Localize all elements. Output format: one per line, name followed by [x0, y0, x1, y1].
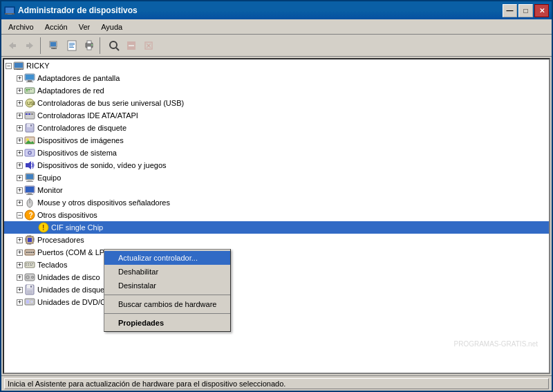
svg-rect-45	[26, 113, 28, 115]
properties-button[interactable]	[64, 37, 80, 54]
svg-rect-99	[30, 265, 32, 265]
svg-point-90	[30, 252, 32, 253]
svg-rect-18	[87, 41, 91, 44]
back-button[interactable]	[4, 37, 21, 54]
window-icon	[4, 5, 15, 16]
root-label: RICKY	[26, 62, 50, 70]
tree-node-cif-single-chip[interactable]: ! CIF single Chip	[4, 221, 549, 234]
context-menu: Actualizar controlador... Deshabilitar D…	[104, 249, 231, 332]
svg-rect-74	[28, 238, 32, 242]
menu-ayuda[interactable]: Ayuda	[95, 19, 128, 34]
expand-root[interactable]: −	[6, 63, 12, 69]
expand-dispositivos-sonido[interactable]: +	[17, 162, 23, 169]
expand-monitor[interactable]: +	[17, 187, 23, 194]
ctx-actualizar[interactable]: Actualizar controlador...	[104, 251, 230, 265]
expand-adaptadores-pantalla[interactable]: +	[17, 75, 23, 82]
svg-rect-86	[30, 243, 31, 245]
expand-adaptadores-red[interactable]: +	[17, 88, 23, 94]
title-bar: Administrador de dispositivos — □ ✕	[1, 1, 552, 19]
tree-node-dispositivos-sonido[interactable]: + Dispositivos de sonido, vídeo y juegos	[4, 159, 549, 171]
expand-unidades-disquete[interactable]: +	[17, 287, 23, 293]
svg-rect-83	[30, 235, 31, 236]
expand-ctrl-disquete[interactable]: +	[17, 125, 23, 131]
mouse-label: Mouse y otros dispositivos señaladores	[37, 198, 170, 207]
ide-atapi-label: Controladoras IDE ATA/ATAPI	[37, 111, 138, 120]
menu-accion[interactable]: Acción	[39, 19, 73, 34]
forward-button[interactable]	[21, 37, 38, 54]
expand-ide-atapi[interactable]: +	[17, 113, 23, 119]
tree-node-equipo[interactable]: + Equipo	[4, 171, 549, 184]
disable-button[interactable]	[123, 37, 140, 54]
tree-node-ide-atapi[interactable]: + Controladoras IDE ATA/ATAPI	[4, 109, 549, 122]
svg-point-88	[26, 252, 28, 253]
tree-node-mouse[interactable]: + Mouse y otros dispositivos señaladores	[4, 196, 549, 209]
expand-bus-usb[interactable]: +	[17, 100, 23, 106]
mouse-icon	[24, 197, 35, 208]
svg-text:!: !	[42, 224, 44, 232]
device-manager-button[interactable]	[46, 37, 63, 54]
tree-node-puertos[interactable]: + Puertos (COM & LPT)	[4, 246, 549, 259]
ctx-desinstalar[interactable]: Desinstalar	[104, 279, 230, 292]
ctx-deshabilitar[interactable]: Deshabilitar	[104, 265, 230, 279]
expand-unidades-disco[interactable]: +	[17, 274, 23, 281]
expand-puertos[interactable]: +	[17, 250, 23, 256]
cif-label: CIF single Chip	[51, 223, 103, 232]
svg-rect-82	[29, 235, 30, 236]
status-bar: Inicia el Asistente para actualización d…	[1, 375, 552, 391]
expand-otros-dispositivos[interactable]: −	[17, 212, 23, 218]
unidades-disquete-label: Unidades de disquete	[37, 286, 111, 294]
device-tree[interactable]: − RICKY + Adaptadores de pantalla	[3, 58, 550, 374]
scan-button[interactable]	[106, 37, 122, 54]
print-button[interactable]	[81, 37, 97, 54]
minimize-button[interactable]: —	[503, 4, 517, 17]
svg-rect-29	[15, 63, 23, 68]
tree-node-dispositivos-imagenes[interactable]: + Dispositivos de imágenes	[4, 134, 549, 147]
title-bar-buttons: — □ ✕	[503, 4, 549, 17]
expand-mouse[interactable]: +	[17, 200, 23, 206]
expand-dispositivos-sistema[interactable]: +	[17, 150, 23, 156]
window: Administrador de dispositivos — □ ✕ Arch…	[0, 0, 553, 392]
tree-node-unidades-disquete[interactable]: + Unidades de disquete	[4, 283, 549, 296]
dispositivos-sonido-label: Dispositivos de sonido, vídeo y juegos	[37, 161, 167, 169]
ctx-propiedades[interactable]: Propiedades	[104, 316, 230, 330]
tree-node-adaptadores-pantalla[interactable]: + Adaptadores de pantalla	[4, 72, 549, 84]
ctx-separator-1	[104, 295, 230, 295]
svg-rect-93	[26, 263, 27, 264]
svg-rect-95	[30, 263, 31, 264]
svg-rect-5	[13, 44, 16, 47]
equipo-icon	[24, 172, 35, 183]
expand-procesadores[interactable]: +	[17, 237, 23, 243]
svg-rect-108	[27, 290, 32, 294]
unidades-dvd-icon	[24, 297, 35, 308]
tree-node-root[interactable]: − RICKY	[4, 59, 549, 72]
tree-node-adaptadores-red[interactable]: + Adaptadores de red	[4, 84, 549, 97]
equipo-label: Equipo	[37, 174, 61, 182]
dispositivos-sonido-icon	[24, 160, 35, 171]
tree-node-ctrl-disquete[interactable]: + Controladores de disquete	[4, 122, 549, 134]
tree-node-otros-dispositivos[interactable]: − ? Otros dispositivos	[4, 209, 549, 221]
menu-archivo[interactable]: Archivo	[3, 19, 39, 34]
close-button[interactable]: ✕	[534, 4, 549, 17]
expand-teclados[interactable]: +	[17, 262, 23, 268]
expand-dispositivos-imagenes[interactable]: +	[17, 138, 23, 144]
tree-node-unidades-dvd[interactable]: + Unidades de DVD/CD-ROM	[4, 296, 549, 308]
ctx-separator-2	[104, 313, 230, 314]
expand-unidades-dvd[interactable]: +	[17, 299, 23, 306]
tree-node-dispositivos-sistema[interactable]: + Dispositivos de sistema	[4, 147, 549, 159]
svg-line-22	[116, 48, 119, 50]
tree-node-monitor[interactable]: + Monitor	[4, 184, 549, 196]
svg-rect-96	[32, 263, 33, 264]
ctx-buscar-cambios[interactable]: Buscar cambios de hardware	[104, 297, 230, 311]
tree-node-teclados[interactable]: + Teclados	[4, 259, 549, 271]
menu-ver[interactable]: Ver	[73, 19, 96, 34]
procesadores-icon	[24, 234, 35, 245]
svg-rect-14	[69, 44, 75, 45]
tree-node-procesadores[interactable]: + Procesadores	[4, 234, 549, 246]
tree-node-bus-usb[interactable]: + USB Controladoras de bus serie univers…	[4, 97, 549, 109]
uninstall-button[interactable]	[140, 37, 157, 54]
expand-equipo[interactable]: +	[17, 175, 23, 181]
maximize-button[interactable]: □	[518, 4, 533, 17]
ide-atapi-icon	[24, 110, 35, 121]
svg-rect-41	[28, 91, 30, 91]
tree-node-unidades-disco[interactable]: + Unidades de disco	[4, 271, 549, 283]
